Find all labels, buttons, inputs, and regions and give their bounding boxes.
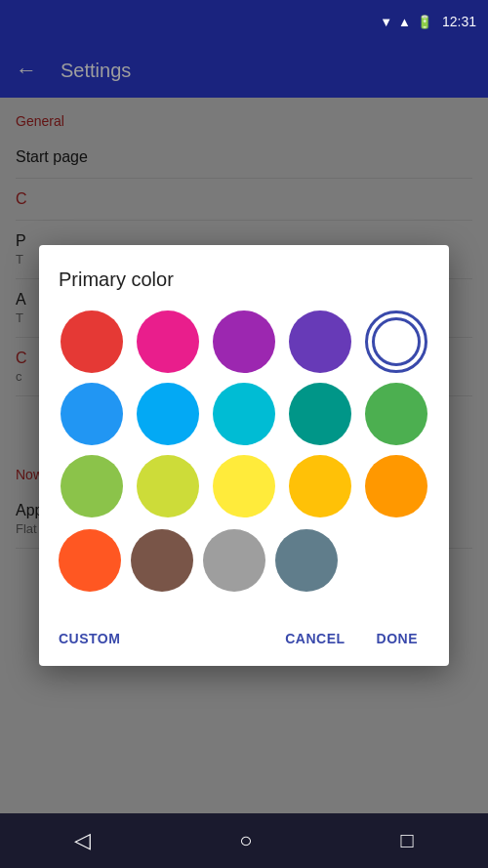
color-swatch-selected-indigo[interactable] [365,310,427,373]
color-swatch-red[interactable] [61,310,123,373]
dialog-actions-right: CANCEL DONE [273,623,429,654]
back-button[interactable]: ← [16,58,37,83]
color-swatch-green[interactable] [365,383,427,445]
color-swatch-teal[interactable] [289,383,351,445]
signal-icon: ▲ [398,15,411,29]
custom-button[interactable]: CUSTOM [59,623,120,654]
done-button[interactable]: DONE [365,623,429,654]
status-time: 12:31 [442,14,476,29]
color-swatch-lime[interactable] [137,455,199,517]
color-swatch-light-green[interactable] [61,455,123,517]
color-swatch-pink[interactable] [137,310,199,373]
dialog-actions: CUSTOM CANCEL DONE [59,615,429,654]
color-swatch-yellow[interactable] [213,455,275,517]
color-swatch-brown[interactable] [131,529,193,592]
app-bar-title: Settings [61,60,131,82]
color-swatch-light-blue[interactable] [137,383,199,445]
primary-color-dialog: Primary color CUSTOM CANCEL DONE [39,245,449,666]
wifi-icon: ▼ [380,15,392,29]
dialog-overlay: Primary color CUSTOM CANCEL DONE [0,98,488,813]
color-swatch-deep-purple[interactable] [289,310,351,373]
dialog-title: Primary color [59,269,429,291]
nav-back-button[interactable]: ◁ [74,828,91,853]
color-grid-row4 [59,529,429,592]
nav-recent-button[interactable]: □ [401,828,414,853]
color-swatch-grey[interactable] [203,529,265,592]
status-bar: ▼ ▲ 🔋 12:31 [0,0,488,43]
color-swatch-deep-orange[interactable] [59,529,121,592]
color-grid [59,310,429,517]
cancel-button[interactable]: CANCEL [273,623,356,654]
nav-bar: ◁ ○ □ [0,813,488,868]
color-swatch-cyan[interactable] [213,383,275,445]
color-swatch-blue[interactable] [61,383,123,445]
app-bar: ← Settings [0,43,488,98]
battery-icon: 🔋 [417,15,432,29]
nav-home-button[interactable]: ○ [239,828,252,853]
color-swatch-blue-grey[interactable] [275,529,338,592]
color-swatch-purple[interactable] [213,310,275,373]
color-swatch-amber[interactable] [289,455,351,517]
color-swatch-orange[interactable] [365,455,427,517]
